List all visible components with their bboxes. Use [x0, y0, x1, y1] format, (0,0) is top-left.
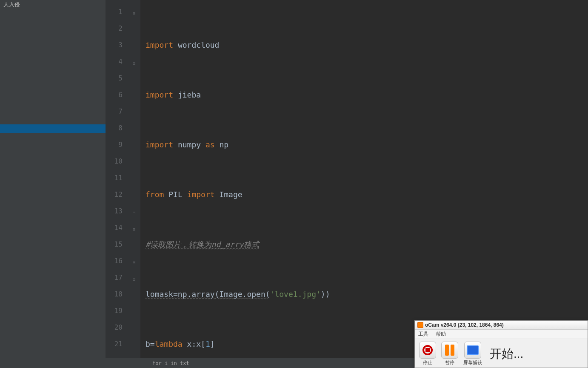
ocam-titlebar[interactable]: oCam v264.0 (23, 102, 1864, 864) — [415, 321, 588, 330]
code-line[interactable]: import numpy as np — [146, 136, 588, 153]
line-number: 9 — [106, 136, 123, 153]
ocam-app-icon — [417, 322, 423, 328]
pause-icon — [441, 342, 458, 359]
line-number: 7 — [106, 103, 123, 120]
ocam-menubar[interactable]: 工具 帮助 — [415, 330, 588, 339]
stop-icon — [419, 342, 436, 359]
ocam-menu-tools[interactable]: 工具 — [418, 331, 428, 337]
line-number: 2 — [106, 20, 123, 37]
screen-capture-icon — [464, 342, 481, 359]
line-number: 4 — [106, 53, 123, 70]
code-line[interactable]: import wordcloud — [146, 37, 588, 53]
line-number: 10 — [106, 153, 123, 170]
line-number: 3 — [106, 37, 123, 53]
sidebar-selected-row[interactable] — [0, 124, 106, 133]
line-number: 14 — [106, 219, 123, 236]
line-number: 16 — [106, 253, 123, 269]
ocam-start-label: 开始... — [490, 346, 523, 362]
line-number: 15 — [106, 236, 123, 253]
fold-icon[interactable]: ⊟ — [133, 254, 136, 271]
fold-icon[interactable]: ⊟ — [133, 55, 136, 72]
ocam-window[interactable]: oCam v264.0 (23, 102, 1864, 864) 工具 帮助 停… — [414, 320, 588, 368]
code-line[interactable]: #读取图片，转换为nd_arry格式 — [146, 236, 588, 253]
ocam-stop-button[interactable]: 停止 — [419, 342, 436, 366]
ocam-title-text: oCam v264.0 (23, 102, 1864, 864) — [425, 322, 504, 328]
fold-gutter: ⊟ ⊟ ⊟ ⊟ ⊟ ⊟ — [130, 0, 140, 358]
code-area[interactable]: import wordcloud import jieba import num… — [140, 0, 588, 358]
line-number: 8 — [106, 120, 123, 136]
fold-icon[interactable]: ⊟ — [133, 5, 136, 22]
ocam-capture-label: 屏幕捕获 — [463, 359, 482, 366]
line-number: 18 — [106, 286, 123, 302]
line-number: 17 — [106, 269, 123, 286]
ocam-toolbar: 停止 暂停 屏幕捕获 开始... — [415, 339, 588, 368]
ocam-menu-help[interactable]: 帮助 — [436, 331, 446, 337]
line-number: 11 — [106, 170, 123, 186]
ocam-stop-label: 停止 — [423, 359, 432, 366]
line-number: 12 — [106, 186, 123, 203]
code-line[interactable]: from PIL import Image — [146, 186, 588, 203]
code-editor[interactable]: 1 2 3 4 5 6 7 8 9 10 11 12 13 14 15 16 1… — [106, 0, 588, 358]
fold-icon[interactable]: ⊟ — [133, 221, 136, 238]
line-number: 20 — [106, 319, 123, 336]
breadcrumb-text: for i in txt — [152, 360, 189, 366]
line-number: 13 — [106, 203, 123, 219]
line-number: 19 — [106, 302, 123, 319]
project-sidebar[interactable]: 人入侵 — [0, 0, 106, 368]
ocam-pause-button[interactable]: 暂停 — [441, 342, 458, 366]
sidebar-item-label[interactable]: 人入侵 — [0, 0, 106, 9]
line-number: 5 — [106, 70, 123, 86]
fold-icon[interactable]: ⊟ — [133, 204, 136, 221]
line-number: 1 — [106, 3, 123, 20]
code-line[interactable]: import jieba — [146, 86, 588, 103]
line-number: 6 — [106, 86, 123, 103]
fold-icon[interactable]: ⊟ — [133, 271, 136, 288]
ocam-capture-button[interactable]: 屏幕捕获 — [463, 342, 482, 366]
line-number-gutter: 1 2 3 4 5 6 7 8 9 10 11 12 13 14 15 16 1… — [106, 0, 130, 358]
line-number: 21 — [106, 336, 123, 352]
ocam-pause-label: 暂停 — [445, 359, 454, 366]
code-line[interactable]: lomask=np.array(Image.open('love1.jpg')) — [146, 286, 588, 302]
